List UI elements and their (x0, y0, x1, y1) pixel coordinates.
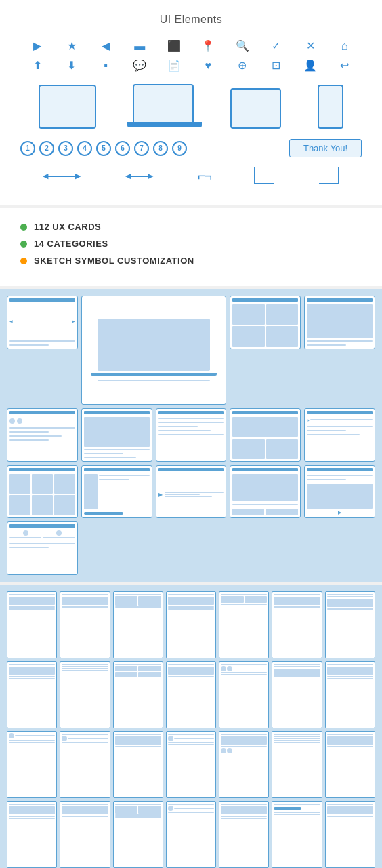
send-icon: ◀ (98, 39, 113, 52)
home-icon: ⌂ (337, 40, 352, 52)
star-icon: ★ (64, 39, 79, 52)
sm-card-2[interactable] (60, 591, 110, 658)
target-icon: ⊕ (235, 59, 250, 72)
sm-card-21[interactable] (325, 731, 375, 798)
icon-row-1: ▶ ★ ◀ ▬ ⬛ 📍 🔍 ✓ ✕ ⌂ (20, 39, 362, 52)
check-icon: ✓ (269, 39, 284, 52)
sm-card-15[interactable] (7, 731, 57, 798)
sm-card-9[interactable] (60, 661, 110, 728)
ux-card-1[interactable]: ◀ ▶ (7, 296, 78, 349)
chat-icon: 💬 (132, 59, 147, 72)
num-8: 8 (153, 141, 168, 156)
numbers-row: 1 2 3 4 5 6 7 8 9 Thank You! (20, 139, 362, 157)
sm-card-1[interactable] (7, 591, 57, 658)
upload-icon: ⬆ (30, 59, 45, 72)
ux-card-7[interactable] (156, 408, 227, 462)
briefcase-icon: ▬ (132, 40, 147, 52)
sm-card-27[interactable] (272, 801, 322, 868)
ux-grid-1: ◀ ▶ (7, 296, 375, 575)
sm-card-26[interactable] (219, 801, 269, 868)
search-icon: 🔍 (235, 39, 250, 52)
download-icon: ⬇ (64, 59, 79, 72)
user-icon: 👤 (303, 59, 318, 72)
top-section: UI Elements ▶ ★ ◀ ▬ ⬛ 📍 🔍 ✓ ✕ ⌂ ⬆ ⬇ ▪ 💬 … (0, 0, 382, 205)
ux-card-10[interactable] (7, 465, 78, 519)
ux-card-14[interactable]: ▶ (304, 465, 375, 519)
num-5: 5 (96, 141, 111, 156)
sm-card-13[interactable] (272, 661, 322, 728)
location-icon: 📍 (200, 39, 215, 52)
ux-grid-2: 📍 📍 (7, 591, 375, 868)
icon-row-2: ⬆ ⬇ ▪ 💬 📄 ♥ ⊕ ⊡ 👤 ↩ (20, 59, 362, 72)
square-icon: ▪ (98, 60, 113, 72)
heart-icon: ♥ (200, 60, 215, 72)
ux-card-13[interactable] (230, 465, 301, 519)
sm-card-19[interactable] (219, 731, 269, 798)
sm-card-22[interactable] (7, 801, 57, 868)
bullet-dot-green2 (20, 241, 27, 248)
sm-card-20[interactable] (272, 731, 322, 798)
doc-icon: 📄 (167, 59, 182, 72)
sm-card-8[interactable] (7, 661, 57, 728)
grid-section-2: 📍 📍 (0, 585, 382, 868)
sm-card-16[interactable] (60, 731, 110, 798)
num-7: 7 (134, 141, 149, 156)
icons-area: ▶ ★ ◀ ▬ ⬛ 📍 🔍 ✓ ✕ ⌂ ⬆ ⬇ ▪ 💬 📄 ♥ ⊕ ⊡ 👤 ↩ (20, 39, 362, 72)
sm-card-23[interactable] (60, 801, 110, 868)
ux-card-12[interactable]: ▶ (156, 465, 227, 519)
sm-card-25[interactable] (166, 801, 216, 868)
sm-card-4[interactable] (166, 591, 216, 658)
sm-card-3[interactable] (113, 591, 163, 658)
sm-card-14[interactable] (325, 661, 375, 728)
ux-card-6[interactable] (81, 408, 152, 462)
num-6: 6 (115, 141, 130, 156)
selection-icon: ⊡ (269, 59, 284, 72)
bullet-ux-cards: 112 UX CARDS (20, 222, 362, 232)
ux-card-2[interactable] (81, 296, 227, 405)
num-3: 3 (58, 141, 73, 156)
sm-card-6[interactable] (272, 591, 322, 658)
ux-card-5[interactable] (7, 408, 78, 462)
ux-card-9[interactable]: ✈ (304, 408, 375, 462)
sm-card-11[interactable] (166, 661, 216, 728)
ux-card-4[interactable] (304, 296, 375, 349)
laptop-device (133, 84, 194, 123)
bullets-section: 112 UX CARDS 14 CATEGORIES SKETCH SYMBOL… (0, 208, 382, 286)
page-title: UI Elements (20, 14, 362, 26)
ux-card-8[interactable] (230, 408, 301, 462)
phone-device (318, 85, 343, 129)
sm-card-10[interactable] (113, 661, 163, 728)
thank-you-button[interactable]: Thank You! (289, 139, 362, 157)
sm-card-28[interactable] (325, 801, 375, 868)
play-icon: ▶ (30, 39, 45, 52)
arrows-row: ◀ ▶ ◀ ▶ ⌐ ¬ (20, 167, 362, 184)
sm-card-5[interactable] (219, 591, 269, 658)
num-1: 1 (20, 141, 35, 156)
tablet-device (230, 88, 281, 129)
bullet-dot-green (20, 224, 27, 231)
ux-card-11[interactable] (81, 465, 152, 519)
sm-card-7[interactable] (325, 591, 375, 658)
devices-row (20, 84, 362, 129)
sm-card-24[interactable] (113, 801, 163, 868)
folder-icon: ⬛ (167, 39, 182, 52)
desktop-device (39, 85, 96, 129)
ux-card-15[interactable] (7, 521, 78, 575)
bullet-sketch: SKETCH SYMBOL CUSTOMIZATION (20, 256, 362, 266)
bullet-label-1: 112 UX CARDS (34, 222, 101, 232)
num-2: 2 (39, 141, 54, 156)
exit-icon: ↩ (337, 59, 352, 72)
bullet-categories: 14 CATEGORIES (20, 239, 362, 249)
bullet-label-3: SKETCH SYMBOL CUSTOMIZATION (34, 256, 194, 266)
grid-section-1: ◀ ▶ (0, 289, 382, 582)
ux-card-3[interactable] (230, 296, 301, 349)
sm-card-18[interactable] (166, 731, 216, 798)
num-4: 4 (77, 141, 92, 156)
num-9: 9 (172, 141, 187, 156)
bullet-dot-orange (20, 258, 27, 264)
close-icon: ✕ (303, 39, 318, 52)
bullet-label-2: 14 CATEGORIES (34, 239, 108, 249)
sm-card-17[interactable] (113, 731, 163, 798)
sm-card-12[interactable] (219, 661, 269, 728)
